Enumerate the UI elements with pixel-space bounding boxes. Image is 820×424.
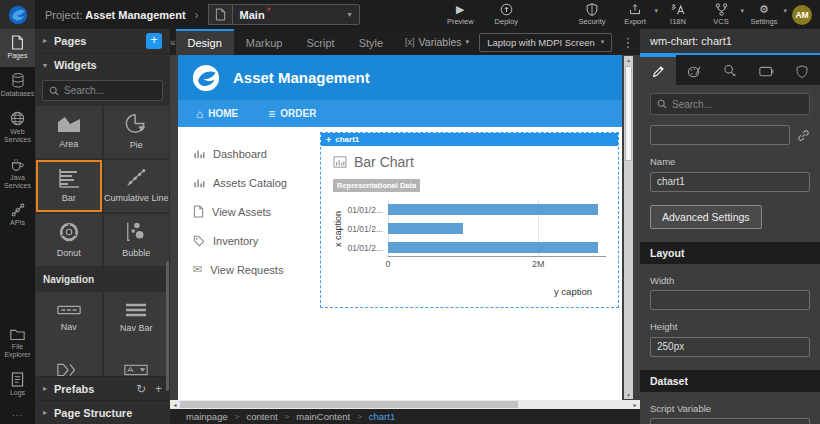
- i18n-button[interactable]: I18N: [663, 3, 693, 26]
- navigation-section-header[interactable]: Navigation: [35, 266, 170, 292]
- breadcrumb-mainpage[interactable]: mainpage: [186, 411, 228, 422]
- app-content: Dashboard Assets Catalog View Assets: [178, 127, 622, 400]
- device-selector-dropdown[interactable]: Laptop with MDPI Screen ▾: [479, 33, 612, 52]
- chevron-down-icon: ▾: [601, 38, 605, 46]
- page-structure-section-header[interactable]: ▸ Page Structure: [35, 400, 170, 424]
- category-labels: 01/01/2... 01/01/2... 01/01/2...: [344, 200, 388, 257]
- selected-widget-tag[interactable]: + chart1: [321, 133, 618, 146]
- canvas-vertical-scrollbar[interactable]: ▴ ▾: [624, 56, 633, 399]
- pages-icon: [11, 35, 24, 50]
- bind-field[interactable]: [650, 125, 790, 145]
- sidebar-item-apis[interactable]: APIs: [0, 197, 35, 234]
- rail-overflow-button[interactable]: ...: [0, 404, 35, 424]
- tab-security[interactable]: [784, 55, 820, 85]
- dataset-section-header[interactable]: Dataset: [640, 370, 820, 392]
- security-button[interactable]: Security: [577, 3, 607, 26]
- widget-tile-pie[interactable]: Pie: [104, 106, 170, 158]
- preview-button[interactable]: ▶ Preview: [445, 3, 475, 26]
- scrollbar-thumb[interactable]: [625, 66, 632, 161]
- triangle-right-icon: ▸: [43, 408, 54, 417]
- chevron-down-icon: ▾: [783, 7, 787, 15]
- chart-widget-chart1[interactable]: + chart1 Bar Chart Representational Data…: [320, 132, 619, 308]
- prefabs-section-header[interactable]: ▸ Prefabs ↻ +: [35, 376, 170, 400]
- deploy-button[interactable]: Deploy: [491, 3, 521, 26]
- tab-properties[interactable]: [640, 55, 676, 85]
- sidebar-item-java-services[interactable]: Java Services: [0, 151, 35, 197]
- menu-item-view-requests[interactable]: ✉ View Requests: [178, 255, 320, 284]
- scroll-left-icon[interactable]: ◂: [170, 400, 180, 409]
- breadcrumb-content[interactable]: content: [246, 411, 277, 422]
- tab-markup[interactable]: Markup: [234, 29, 295, 55]
- scroll-up-icon[interactable]: ▴: [624, 57, 633, 63]
- scroll-down-icon[interactable]: ▾: [624, 392, 633, 398]
- chevron-down-icon: ▾: [466, 38, 470, 46]
- breadcrumb-chart1[interactable]: chart1: [369, 411, 395, 422]
- widgets-panel-scrollbar[interactable]: [166, 261, 169, 391]
- widget-tile-cumulative-line[interactable]: Cumulative Line: [104, 160, 170, 212]
- sidebar-item-pages[interactable]: Pages: [0, 29, 35, 67]
- menu-item-dashboard[interactable]: Dashboard: [178, 139, 320, 168]
- settings-button[interactable]: ▾ ⚙ Settings: [749, 3, 779, 26]
- property-search-box[interactable]: [650, 93, 810, 115]
- link-icon[interactable]: [797, 129, 810, 142]
- tab-styles[interactable]: [676, 55, 712, 85]
- nav-item-order[interactable]: ≡ ORDER: [268, 107, 316, 121]
- widgets-section-header[interactable]: ▾ Widgets: [35, 53, 170, 77]
- tab-events[interactable]: [712, 55, 748, 85]
- properties-panel-title: wm-chart: chart1: [640, 29, 820, 55]
- user-avatar[interactable]: AM: [792, 5, 812, 25]
- tab-style[interactable]: Style: [347, 29, 395, 55]
- sidebar-item-logs[interactable]: Logs: [0, 366, 35, 404]
- properties-tabs: [640, 55, 820, 85]
- script-variable-field[interactable]: [650, 418, 810, 424]
- widget-tile-bubble[interactable]: Bubble: [104, 214, 170, 266]
- tab-script[interactable]: Script: [295, 29, 347, 55]
- breadcrumb-widget-icon: [56, 362, 82, 377]
- widget-tile-bar[interactable]: Bar: [36, 160, 102, 212]
- add-page-button[interactable]: +: [146, 33, 162, 49]
- property-search-input[interactable]: [672, 99, 803, 110]
- page-selector-dropdown[interactable]: Main * ▾: [232, 4, 360, 25]
- breadcrumb-separator: >: [235, 412, 240, 421]
- widget-tile-nav[interactable]: Nav: [36, 292, 102, 344]
- widget-tile-area[interactable]: Area: [36, 106, 102, 158]
- element-breadcrumb-bar: mainpage > content > mainContent > chart…: [170, 409, 640, 424]
- project-name: Asset Management: [85, 9, 185, 21]
- widget-search-input[interactable]: [64, 85, 156, 96]
- more-options-button[interactable]: ⋮: [621, 35, 634, 50]
- canvas-horizontal-scrollbar[interactable]: ◂ ▸: [170, 400, 640, 409]
- sidebar-item-databases[interactable]: Databases: [0, 67, 35, 105]
- add-prefab-button[interactable]: +: [155, 382, 162, 396]
- menu-item-inventory[interactable]: Inventory: [178, 226, 320, 255]
- pages-section-header[interactable]: ▸ Pages +: [35, 29, 170, 53]
- breadcrumb-maincontent[interactable]: mainContent: [296, 411, 350, 422]
- advanced-settings-button[interactable]: Advanced Settings: [650, 205, 762, 229]
- chart-bar-1: [388, 204, 598, 215]
- tab-device[interactable]: [748, 55, 784, 85]
- widget-tile-donut[interactable]: Donut: [36, 214, 102, 266]
- widget-tile-breadcrumb[interactable]: [36, 344, 102, 377]
- width-field[interactable]: [650, 290, 810, 310]
- sidebar-item-file-explorer[interactable]: File Explorer: [0, 322, 35, 366]
- script-variable-label: Script Variable: [650, 403, 810, 414]
- layout-section-header[interactable]: Layout: [640, 242, 820, 264]
- cumulative-line-icon: [125, 168, 147, 188]
- widget-search-box[interactable]: [42, 80, 163, 100]
- scroll-right-icon[interactable]: ▸: [630, 400, 640, 409]
- name-field[interactable]: [650, 172, 810, 192]
- nav-item-home[interactable]: ⌂ HOME: [196, 107, 238, 121]
- height-field[interactable]: [650, 337, 810, 357]
- widget-tile-nav-bar[interactable]: Nav Bar: [104, 292, 170, 344]
- scrollbar-thumb[interactable]: [180, 401, 518, 408]
- variables-dropdown[interactable]: [x] Variables ▾: [405, 36, 469, 48]
- export-button[interactable]: ▾ Export: [620, 3, 650, 26]
- tab-design[interactable]: Design: [176, 29, 234, 55]
- menu-item-view-assets[interactable]: View Assets: [178, 197, 320, 226]
- properties-panel: wm-chart: chart1: [640, 29, 820, 424]
- widget-tile-dropdown[interactable]: [104, 344, 170, 377]
- menu-item-assets-catalog[interactable]: Assets Catalog: [178, 168, 320, 197]
- refresh-prefabs-button[interactable]: ↻: [136, 382, 146, 396]
- sidebar-item-web-services[interactable]: Web Services: [0, 105, 35, 151]
- app-header[interactable]: Asset Management: [178, 55, 622, 100]
- vcs-button[interactable]: ▾ VCS: [706, 3, 736, 26]
